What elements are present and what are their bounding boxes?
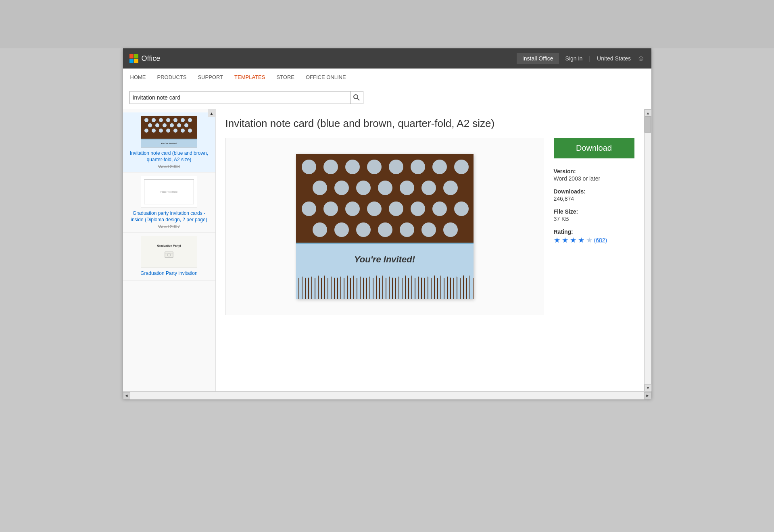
scallop-5 — [325, 275, 332, 278]
nav-item-home[interactable]: HOME — [129, 69, 147, 86]
filesize-row: File Size: 37 KB — [554, 208, 634, 222]
scallop-8 — [347, 275, 354, 278]
hscroll-left-arrow[interactable]: ◄ — [123, 392, 130, 399]
version-value: Word 2003 or later — [554, 175, 601, 182]
sidebar-item-3-title: Graduation Party invitation — [128, 270, 211, 277]
svg-rect-2 — [165, 252, 173, 258]
info-panel: Download Version: Word 2003 or later Dow… — [554, 138, 634, 315]
scallop-3 — [311, 275, 317, 278]
scallop-6 — [333, 275, 339, 278]
search-input[interactable] — [130, 94, 350, 101]
preview-container: You're Invited! — [225, 138, 544, 315]
thumb-1-text: You're Invited! — [161, 142, 177, 145]
version-row: Version: Word 2003 or later — [554, 168, 634, 182]
scallop-11 — [369, 275, 376, 278]
scallop-20 — [434, 275, 441, 278]
scallop-23 — [456, 275, 463, 278]
main-content: ▲ — [123, 109, 651, 391]
template-body: You're Invited! — [225, 138, 634, 315]
download-button[interactable]: Download — [554, 138, 634, 158]
scallop-1 — [296, 275, 303, 278]
scallop-22 — [449, 275, 455, 278]
signin-link[interactable]: Sign in — [565, 55, 583, 62]
region-label[interactable]: United States — [597, 55, 631, 62]
svg-line-1 — [357, 98, 359, 100]
scallop-2 — [304, 275, 310, 278]
sidebar-item-1-version: Word 2003 — [128, 164, 211, 169]
scallop-12 — [376, 275, 383, 278]
right-scrollbar: ▲ ▼ — [644, 109, 651, 391]
sidebar-thumb-3: Graduation Party! — [141, 236, 197, 268]
sidebar-item-2[interactable]: Place Text Here Graduation party invitat… — [123, 172, 215, 233]
version-label: Version: — [554, 168, 634, 175]
hscroll-right-arrow[interactable]: ► — [644, 392, 651, 399]
scallop-24 — [463, 275, 470, 278]
nav-item-products[interactable]: PRODUCTS — [156, 69, 188, 86]
scroll-track — [645, 116, 651, 384]
downloads-value: 246,874 — [554, 195, 574, 202]
sidebar-item-2-title: Graduation party invitation cards - insi… — [128, 210, 211, 223]
office-logo-icon — [129, 54, 138, 63]
rating-count[interactable]: (682) — [594, 237, 607, 243]
scallop-13 — [384, 275, 390, 278]
sidebar-item-1-title: Invitation note card (blue and brown, qu… — [128, 150, 211, 163]
hscroll-track — [130, 392, 644, 399]
sidebar-thumb-2: Place Text Here — [141, 176, 197, 208]
logo-sq-yellow — [134, 59, 138, 63]
star-2: ★ — [562, 236, 568, 245]
star-3: ★ — [570, 236, 576, 245]
nav-item-store[interactable]: STORE — [275, 69, 295, 86]
smiley-icon: ☺ — [637, 54, 645, 63]
card-text: You're Invited! — [354, 254, 415, 265]
svg-point-0 — [354, 95, 358, 99]
sidebar-item-3[interactable]: Graduation Party! Graduation Party invit… — [123, 233, 215, 281]
scroll-down-arrow[interactable]: ▼ — [645, 384, 652, 391]
card-bottom — [296, 275, 474, 299]
sidebar-item-2-version: Word 2007 — [128, 224, 211, 229]
nav-item-templates[interactable]: TEMPLATES — [234, 69, 266, 86]
office-label: Office — [142, 54, 161, 63]
filesize-label: File Size: — [554, 208, 634, 215]
nav-item-support[interactable]: SUPPORT — [197, 69, 224, 86]
logo-sq-red — [129, 54, 134, 58]
top-bar: Office Install Office Sign in | United S… — [123, 48, 651, 69]
scallop-21 — [442, 275, 448, 278]
thumb-3-graphic — [163, 249, 175, 260]
thumb-2-inner: Place Text Here — [144, 179, 194, 204]
card-preview: You're Invited! — [296, 154, 474, 299]
content-panel: Invitation note card (blue and brown, qu… — [216, 109, 644, 391]
scallop-10 — [362, 275, 368, 278]
scroll-up-arrow[interactable]: ▲ — [645, 109, 652, 116]
filesize-value: 37 KB — [554, 216, 569, 222]
page-container: Office Install Office Sign in | United S… — [123, 48, 651, 399]
downloads-row: Downloads: 246,874 — [554, 188, 634, 202]
nav-item-office-online[interactable]: OFFICE ONLINE — [305, 69, 347, 86]
logo-sq-blue — [129, 59, 134, 63]
search-button[interactable] — [350, 91, 363, 104]
star-4: ★ — [578, 236, 584, 245]
sidebar-thumb-1: You're Invited! — [141, 116, 197, 148]
scallop-7 — [340, 275, 346, 278]
install-office-button[interactable]: Install Office — [517, 53, 559, 64]
logo-sq-green — [134, 54, 138, 58]
sidebar-scroll-up[interactable]: ▲ — [208, 109, 215, 117]
template-title: Invitation note card (blue and brown, qu… — [225, 117, 634, 130]
downloads-label: Downloads: — [554, 188, 634, 195]
card-top — [296, 154, 474, 243]
sidebar-item-1[interactable]: You're Invited! Invitation note card (bl… — [123, 112, 215, 172]
bottom-scrollbar: ◄ ► — [123, 391, 651, 399]
scallop-16 — [405, 275, 412, 278]
star-5: ★ — [586, 236, 592, 245]
card-middle: You're Invited! — [296, 243, 474, 275]
browser-chrome — [0, 0, 774, 48]
top-bar-right: Install Office Sign in | United States ☺ — [517, 53, 645, 64]
scallop-15 — [398, 275, 405, 278]
stars-row: ★ ★ ★ ★ ★ (682) — [554, 236, 634, 245]
star-1: ★ — [554, 236, 560, 245]
topbar-divider: | — [589, 55, 590, 62]
scallop-4 — [318, 275, 325, 278]
thumb-2-placeholder: Place Text Here — [161, 191, 177, 193]
sidebar: ▲ — [123, 109, 216, 391]
scallop-19 — [427, 275, 434, 278]
scroll-thumb[interactable] — [645, 116, 651, 133]
